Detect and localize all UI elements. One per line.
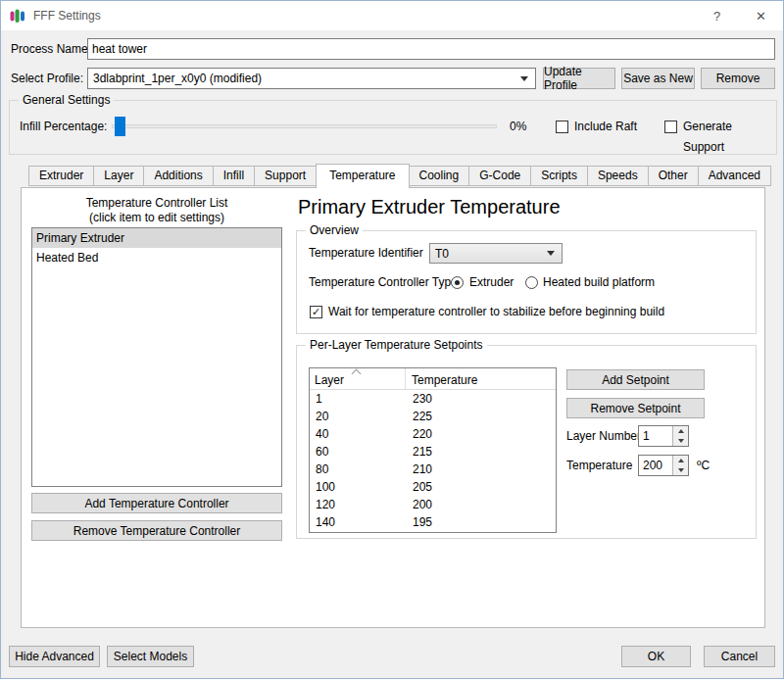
setpoints-legend: Per-Layer Temperature Setpoints	[306, 338, 487, 352]
general-settings-group: General Settings Infill Percentage: 0% I…	[9, 100, 777, 155]
layer-cell[interactable]: 20	[310, 408, 406, 425]
spin-up-icon[interactable]	[673, 426, 688, 436]
spin-arrows[interactable]	[672, 426, 688, 446]
help-button[interactable]: ?	[695, 1, 739, 30]
extruder-radio-label: Extruder	[469, 272, 514, 293]
layer-cell[interactable]: 140	[310, 513, 406, 531]
extruder-radio[interactable]	[451, 276, 464, 289]
temperature-cell[interactable]: 225	[406, 408, 432, 425]
table-row[interactable]: 120200	[310, 496, 556, 513]
table-row[interactable]: 40220	[310, 425, 556, 443]
temperature-cell[interactable]: 200	[406, 496, 432, 513]
temperature-identifier-label: Temperature Identifier	[309, 243, 423, 264]
wait-stabilize-checkbox[interactable]: ✓	[310, 306, 322, 318]
tab-support[interactable]: Support	[254, 166, 317, 186]
tab-bar: ExtruderLayerAdditionsInfillSupportTempe…	[28, 164, 770, 188]
overview-group: Overview Temperature Identifier T0 Tempe…	[296, 230, 757, 334]
tab-other[interactable]: Other	[648, 166, 699, 186]
controller-list-header: Temperature Controller List (click item …	[31, 196, 282, 225]
layer-number-spinbox[interactable]: 1	[638, 425, 689, 447]
table-row[interactable]: 100205	[310, 478, 556, 496]
tab-speeds[interactable]: Speeds	[587, 166, 649, 186]
remove-setpoint-button[interactable]: Remove Setpoint	[566, 398, 705, 418]
select-models-button[interactable]: Select Models	[107, 646, 194, 667]
title-bar: FFF Settings ? ✕	[1, 1, 783, 30]
spin-down-icon[interactable]	[673, 465, 688, 475]
list-item-primary-extruder[interactable]: Primary Extruder	[32, 228, 281, 248]
generate-support-checkbox[interactable]	[664, 121, 677, 133]
add-temperature-controller-button[interactable]: Add Temperature Controller	[31, 493, 282, 513]
tab-temperature[interactable]: Temperature	[316, 164, 409, 188]
cancel-button[interactable]: Cancel	[704, 646, 775, 667]
spin-up-icon[interactable]	[673, 456, 688, 465]
infill-percentage-label: Infill Percentage:	[20, 117, 107, 137]
include-raft-label: Include Raft	[574, 117, 637, 137]
profile-combobox[interactable]: 3dlabprint_1per_x0y0 (modified)	[87, 68, 536, 89]
table-row[interactable]: 60215	[310, 443, 556, 461]
controller-type-label: Temperature Controller Type:	[309, 272, 461, 293]
app-logo-icon	[10, 8, 25, 24]
page-title: Primary Extruder Temperature	[298, 196, 561, 218]
controller-list-header-line2: (click item to edit settings)	[31, 211, 282, 225]
process-name-input[interactable]	[87, 38, 775, 60]
temperature-cell[interactable]: 205	[406, 478, 432, 496]
general-settings-legend: General Settings	[19, 93, 114, 107]
ok-button[interactable]: OK	[621, 646, 691, 667]
tab-infill[interactable]: Infill	[213, 166, 255, 186]
add-setpoint-button[interactable]: Add Setpoint	[566, 369, 705, 390]
save-as-new-button[interactable]: Save as New	[621, 68, 695, 89]
table-row[interactable]: 1230	[310, 390, 556, 408]
tab-extruder[interactable]: Extruder	[28, 166, 94, 186]
temperature-column-header[interactable]: Temperature	[406, 368, 477, 389]
table-row[interactable]: 80210	[310, 461, 556, 478]
setpoints-table-body: 1230202254022060215802101002051202001401…	[310, 390, 556, 531]
temperature-cell[interactable]: 215	[406, 443, 432, 461]
infill-slider-handle[interactable]	[115, 117, 125, 136]
chevron-down-icon	[520, 76, 528, 81]
tab-additions[interactable]: Additions	[143, 166, 213, 186]
layer-cell[interactable]: 120	[310, 496, 406, 513]
layer-number-value: 1	[639, 426, 672, 446]
window-title: FFF Settings	[33, 9, 101, 23]
tab-cooling[interactable]: Cooling	[409, 166, 470, 186]
layer-cell[interactable]: 80	[310, 461, 406, 478]
hide-advanced-button[interactable]: Hide Advanced	[9, 646, 100, 667]
tab-layer[interactable]: Layer	[93, 166, 144, 186]
infill-percentage-value: 0%	[510, 117, 526, 137]
layer-cell[interactable]: 60	[310, 443, 406, 461]
temperature-unit-label: ºC	[697, 456, 710, 476]
temperature-setpoint-label: Temperature	[566, 456, 632, 476]
remove-temperature-controller-button[interactable]: Remove Temperature Controller	[31, 520, 282, 541]
select-profile-label: Select Profile:	[11, 68, 83, 89]
setpoints-table[interactable]: Layer Temperature 1230202254022060215802…	[309, 367, 557, 533]
include-raft-checkbox[interactable]	[556, 121, 568, 133]
tab-g-code[interactable]: G-Code	[468, 166, 531, 186]
tab-scripts[interactable]: Scripts	[530, 166, 588, 186]
spin-arrows[interactable]	[672, 456, 688, 475]
layer-cell[interactable]: 1	[310, 390, 406, 408]
temperature-spinbox[interactable]: 200	[638, 455, 689, 476]
heated-platform-radio[interactable]	[525, 276, 538, 289]
temperature-cell[interactable]: 210	[406, 461, 432, 478]
spin-down-icon[interactable]	[673, 436, 688, 446]
layer-cell[interactable]: 40	[310, 425, 406, 443]
temperature-controller-list[interactable]: Primary ExtruderHeated Bed	[31, 227, 282, 487]
table-row[interactable]: 140195	[310, 513, 556, 531]
list-item-heated-bed[interactable]: Heated Bed	[32, 248, 281, 267]
temperature-identifier-combobox[interactable]: T0	[429, 243, 563, 264]
infill-slider-track[interactable]	[112, 124, 497, 128]
temperature-cell[interactable]: 230	[406, 390, 432, 408]
temperature-cell[interactable]: 195	[406, 513, 432, 531]
remove-profile-button[interactable]: Remove	[701, 68, 775, 89]
temperature-value: 200	[639, 456, 672, 475]
layer-cell[interactable]: 100	[310, 478, 406, 496]
close-button[interactable]: ✕	[739, 1, 783, 30]
temperature-cell[interactable]: 220	[406, 425, 432, 443]
generate-support-label: Generate Support	[683, 117, 776, 158]
controller-list-header-line1: Temperature Controller List	[31, 196, 282, 211]
table-row[interactable]: 20225	[310, 408, 556, 425]
update-profile-button[interactable]: Update Profile	[543, 68, 615, 89]
setpoints-table-header[interactable]: Layer Temperature	[310, 368, 556, 390]
fff-settings-dialog: FFF Settings ? ✕ Process Name: Select Pr…	[0, 0, 784, 679]
tab-advanced[interactable]: Advanced	[698, 166, 771, 186]
